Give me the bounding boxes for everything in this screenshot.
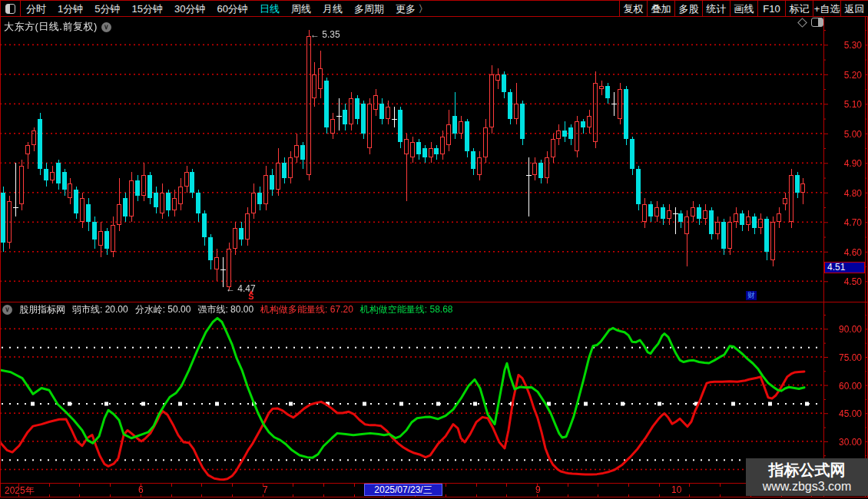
indicator-axis-label: 60.00 <box>825 381 862 392</box>
indicator-axis-label: 45.00 <box>825 408 862 419</box>
finance-report-marker[interactable]: 财 <box>746 291 757 300</box>
right-axis-border <box>865 17 866 497</box>
menu-item-分时[interactable]: 分时 <box>26 2 46 16</box>
menu-item-60分钟[interactable]: 60分钟 <box>217 2 247 16</box>
indicator-param: 机构做多能量线: 67.20 <box>260 303 353 316</box>
menu-item-周线[interactable]: 周线 <box>291 2 311 16</box>
menu-item-月线[interactable]: 月线 <box>323 2 343 16</box>
toolbar-button-复权[interactable]: 复权 <box>619 1 647 17</box>
time-axis-label: 6 <box>138 484 144 495</box>
price-axis-label: 4.90 <box>825 158 862 169</box>
time-axis-label: 2025年 <box>5 484 35 497</box>
price-axis-label: 4.70 <box>825 217 862 228</box>
page-title: 大东方(日线.前复权) <box>4 20 98 34</box>
watermark-title: 指标公式网 <box>769 461 846 479</box>
chevron-down-icon[interactable]: ∨ <box>101 22 111 32</box>
indicator-param: 机构做空能量线: 58.68 <box>360 303 453 316</box>
toolbar-button-F10[interactable]: F10 <box>757 1 785 17</box>
chart-corner-controls <box>799 18 823 27</box>
indicator-axis-label: 90.00 <box>825 324 862 335</box>
top-toolbar: 分时1分钟5分钟15分钟30分钟60分钟日线周线月线多周期更多 〉 复权叠加多股… <box>0 0 868 17</box>
toolbar-actions: 复权叠加多股统计画线F10标记+自选返回 <box>619 1 868 17</box>
menu-item-1分钟[interactable]: 1分钟 <box>58 2 83 16</box>
price-axis-label: 5.10 <box>825 99 862 110</box>
time-axis-label: 9 <box>535 484 541 495</box>
indicator-param: 弱市线: 20.00 <box>72 303 128 316</box>
indicator-header: ∨ 股朋指标网 弱市线: 20.00分水岭: 50.00强市线: 80.00机构… <box>2 303 453 316</box>
bottom-border <box>0 497 868 497</box>
indicator-axis-label: 75.00 <box>825 352 862 363</box>
toolbar-button-标记[interactable]: 标记 <box>785 1 813 17</box>
toolbar-button-+自选[interactable]: +自选 <box>813 1 840 17</box>
panel-layout-icon[interactable] <box>811 18 823 27</box>
chart-title-row: 大东方(日线.前复权) ∨ <box>4 20 111 34</box>
chevron-down-icon[interactable]: ∨ <box>2 305 12 315</box>
toolbar-button-统计[interactable]: 统计 <box>702 1 730 17</box>
menu-item-30分钟[interactable]: 30分钟 <box>174 2 205 16</box>
period-menu: 分时1分钟5分钟15分钟30分钟60分钟日线周线月线多周期更多 〉 <box>26 1 429 17</box>
menu-item-15分钟[interactable]: 15分钟 <box>131 2 162 16</box>
price-axis-label: 4.80 <box>825 188 862 199</box>
high-price-annotation: ← 5.35 <box>310 29 340 40</box>
split-view-icon <box>5 4 15 14</box>
indicator-source: 股朋指标网 <box>19 303 65 316</box>
price-axis-label: 5.30 <box>825 40 862 51</box>
price-axis-label: 5.20 <box>825 70 862 81</box>
last-price-badge: 4.51 <box>824 262 865 273</box>
indicator-param: 分水岭: 50.00 <box>135 303 191 316</box>
crosshair-date-badge: 2025/07/23/三 <box>364 484 442 496</box>
panel-divider <box>0 302 868 302</box>
layout-toggle-button[interactable] <box>0 1 21 17</box>
toolbar-button-返回[interactable]: 返回 <box>840 1 868 17</box>
price-axis-label: 5.00 <box>825 129 862 140</box>
time-axis-label: 10 <box>671 484 681 495</box>
watermark: 指标公式网 www.zbgs3.com <box>746 458 868 496</box>
toolbar-button-画线[interactable]: 画线 <box>730 1 757 17</box>
indicator-param: 强市线: 80.00 <box>197 303 253 316</box>
axis-separator <box>823 17 824 497</box>
watermark-url: www.zbgs3.com <box>763 479 852 494</box>
chart-canvas[interactable] <box>0 0 868 499</box>
menu-item-更多 〉[interactable]: 更多 〉 <box>396 2 429 16</box>
menu-item-5分钟[interactable]: 5分钟 <box>94 2 120 16</box>
price-axis-label: 4.60 <box>825 247 862 258</box>
price-axis-label: 4.50 <box>825 276 862 287</box>
toolbar-button-多股[interactable]: 多股 <box>674 1 702 17</box>
diamond-icon[interactable] <box>797 18 807 28</box>
menu-item-多周期[interactable]: 多周期 <box>354 2 384 16</box>
time-axis-label: 7 <box>263 484 268 495</box>
left-border <box>0 17 1 497</box>
trading-app-window: { "toolbar": { "left_menu": ["分时","1分钟",… <box>0 0 868 499</box>
menu-item-日线[interactable]: 日线 <box>260 2 280 16</box>
indicator-axis-label: 30.00 <box>825 437 862 448</box>
signal-marker: ▲ S <box>246 289 257 299</box>
toolbar-button-叠加[interactable]: 叠加 <box>647 1 674 17</box>
